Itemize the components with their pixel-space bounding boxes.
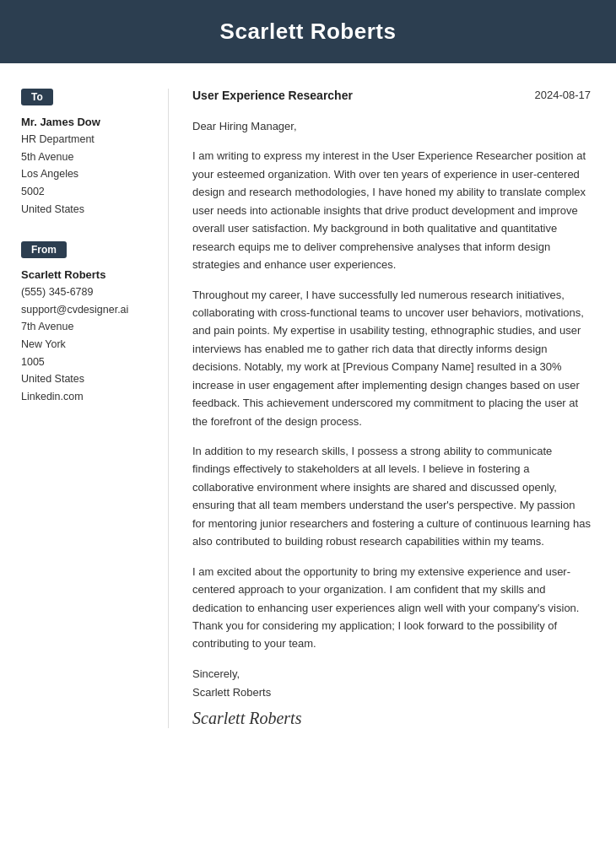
meta-row: User Experience Researcher 2024-08-17 [192, 89, 591, 102]
from-section: From Scarlett Roberts (555) 345-6789 sup… [21, 241, 151, 405]
to-line3: Los Angeles [21, 165, 151, 183]
paragraph-2: Throughout my career, I have successfull… [192, 286, 591, 431]
closing: Sincerely,Scarlett Roberts [192, 665, 591, 702]
paragraph-3: In addition to my research skills, I pos… [192, 442, 591, 551]
to-line1: HR Department [21, 131, 151, 148]
to-line5: United States [21, 201, 151, 219]
header: Scarlett Roberts [0, 0, 616, 63]
to-section: To Mr. James Dow HR Department 5th Avenu… [21, 89, 151, 218]
to-badge: To [21, 89, 53, 105]
from-name: Scarlett Roberts [21, 268, 151, 281]
content: To Mr. James Dow HR Department 5th Avenu… [0, 63, 616, 753]
from-line3: 1005 [21, 354, 151, 371]
to-line4: 5002 [21, 183, 151, 201]
job-title: User Experience Researcher [192, 89, 353, 102]
sidebar: To Mr. James Dow HR Department 5th Avenu… [0, 89, 169, 728]
from-email: support@cvdesigner.ai [21, 301, 151, 319]
to-name: Mr. James Dow [21, 116, 151, 128]
letter-body: Dear Hiring Manager, I am writing to exp… [192, 117, 591, 728]
date: 2024-08-17 [535, 89, 592, 101]
from-line4: United States [21, 370, 151, 388]
paragraph-4: I am excited about the opportunity to br… [192, 563, 591, 653]
signature: Scarlett Roberts [192, 709, 591, 728]
from-line2: New York [21, 336, 151, 354]
from-line1: 7th Avenue [21, 318, 151, 336]
from-phone: (555) 345-6789 [21, 284, 151, 301]
paragraph-1: I am writing to express my interest in t… [192, 147, 591, 273]
page: Scarlett Roberts To Mr. James Dow HR Dep… [0, 0, 616, 864]
to-line2: 5th Avenue [21, 148, 151, 166]
salutation: Dear Hiring Manager, [192, 117, 591, 135]
from-badge: From [21, 241, 67, 258]
from-line5: Linkedin.com [21, 388, 151, 406]
main-content: User Experience Researcher 2024-08-17 De… [169, 89, 616, 728]
header-name: Scarlett Roberts [0, 19, 616, 45]
